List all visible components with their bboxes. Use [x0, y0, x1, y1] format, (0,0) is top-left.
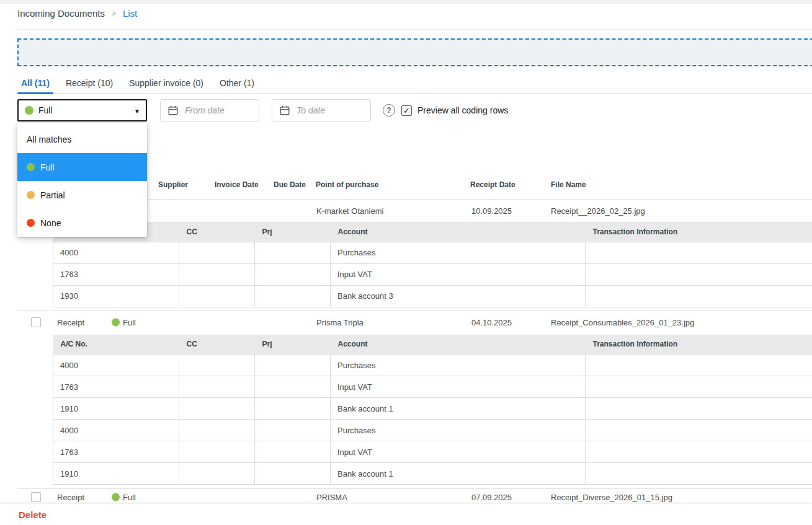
coding-acc-no: 1763 [53, 441, 179, 463]
coding-account: Input VAT [331, 376, 586, 398]
coding-account: Bank account 1 [331, 398, 586, 420]
row-type: Receipt [57, 493, 84, 502]
tab-supplier-invoice[interactable]: Supplier invoice (0) [125, 73, 207, 94]
coding-cc [179, 398, 255, 420]
col-header-due-date: Due Date [274, 180, 306, 189]
status-full-dot-icon [112, 319, 120, 327]
coding-acc-no: 1763 [53, 263, 179, 285]
menu-item-label: All matches [27, 135, 71, 144]
status-full-dot-icon [112, 493, 120, 501]
coding-row: 4000 Purchases [53, 355, 812, 376]
coding-row: 1930 Bank account 3 [53, 285, 812, 307]
menu-item-label: None [40, 218, 61, 228]
breadcrumb-current-link[interactable]: List [123, 8, 137, 19]
status-partial-dot-icon [27, 191, 35, 199]
menu-item-none[interactable]: None [17, 209, 147, 237]
help-icon[interactable]: ? [383, 104, 395, 117]
menu-item-label: Partial [40, 190, 65, 200]
col-header-point-of-purchase: Point of purchase [316, 180, 378, 189]
coding-transaction-info [586, 355, 812, 376]
delete-button[interactable]: Delete [19, 510, 47, 520]
coding-transaction-info [586, 285, 812, 307]
action-footer: Delete [0, 503, 812, 525]
from-date-input[interactable]: From date [160, 99, 259, 121]
col-header-supplier: Supplier [158, 180, 188, 189]
status-full-dot-icon [25, 106, 33, 115]
row-checkbox[interactable] [31, 492, 41, 502]
coding-header-prj: Prj [255, 335, 331, 355]
coding-cc [179, 420, 255, 441]
coding-row: 1910 Bank account 1 [53, 398, 812, 420]
coding-header-prj: Prj [255, 222, 331, 242]
coding-prj [255, 285, 331, 307]
breadcrumb-root-link[interactable]: Incoming Documents [17, 8, 105, 19]
coding-header-row: A/C No. CC Prj Account Transaction Infor… [53, 222, 812, 242]
coding-row: 4000 Purchases [53, 420, 812, 441]
coding-acc-no: 4000 [53, 420, 179, 441]
coding-cc [179, 285, 255, 307]
coding-header-transaction-info: Transaction Information [586, 335, 812, 355]
menu-item-partial[interactable]: Partial [17, 181, 147, 209]
coding-transaction-info [586, 420, 812, 441]
coding-acc-no: 1763 [53, 376, 179, 398]
coding-transaction-info [586, 398, 812, 420]
coding-prj [255, 355, 331, 376]
coding-acc-no: 4000 [53, 355, 179, 376]
row-point-of-purchase: Prisma Tripla [316, 318, 364, 327]
tab-receipt[interactable]: Receipt (10) [62, 73, 117, 94]
coding-header-acc-no: A/C No. [53, 335, 179, 355]
row-checkbox[interactable] [31, 317, 41, 327]
coding-header-account: Account [331, 222, 586, 242]
tab-other[interactable]: Other (1) [216, 73, 258, 94]
coding-cc [179, 441, 255, 463]
filter-bar: Full ▼ From date To date ? ✓ P [0, 99, 812, 121]
from-date-placeholder: From date [185, 105, 225, 115]
row-point-of-purchase: PRISMA [316, 493, 347, 502]
tab-all[interactable]: All (11) [17, 73, 53, 94]
status-full-dot-icon [27, 163, 35, 171]
coding-rows-table: A/C No. CC Prj Account Transaction Infor… [53, 222, 812, 307]
coding-transaction-info [586, 441, 812, 463]
coding-account: Purchases [331, 242, 586, 263]
menu-item-all-matches[interactable]: All matches [17, 125, 147, 153]
coding-cc [179, 376, 255, 398]
row-point-of-purchase: K-market Otaniemi [316, 206, 383, 216]
coding-account: Purchases [331, 420, 586, 441]
coding-transaction-info [586, 376, 812, 398]
row-status: Full [123, 318, 136, 327]
checkmark-icon: ✓ [403, 106, 410, 115]
coding-prj [255, 420, 331, 441]
row-file-name: Receipt_Consumables_2026_01_23.jpg [551, 318, 694, 327]
col-header-receipt-date: Receipt Date [470, 180, 515, 189]
coding-account: Purchases [331, 355, 586, 376]
coding-row: 1763 Input VAT [53, 376, 812, 398]
col-header-file-name: File Name [551, 180, 586, 189]
incoming-documents-page: Incoming Documents > List All (11) Recei… [0, 0, 812, 525]
document-row[interactable]: Receipt Full Prisma Tripla 04.10.2025 Re… [0, 311, 812, 335]
row-receipt-date: 04.10.2025 [471, 318, 512, 327]
row-type: Receipt [57, 318, 84, 327]
coding-header-transaction-info: Transaction Information [586, 222, 812, 242]
match-status-select[interactable]: Full ▼ [17, 99, 147, 121]
coding-header-cc: CC [179, 222, 255, 242]
row-separator [17, 488, 812, 489]
coding-row: 1763 Input VAT [53, 263, 812, 285]
coding-row: 1763 Input VAT [53, 441, 812, 463]
file-dropzone[interactable] [17, 38, 812, 66]
preview-coding-rows-checkbox[interactable]: ✓ [401, 105, 412, 116]
menu-item-full[interactable]: Full [17, 153, 147, 181]
to-date-input[interactable]: To date [272, 99, 371, 121]
coding-row: 1910 Bank account 1 [53, 463, 812, 485]
coding-cc [179, 463, 255, 485]
row-file-name: Receipt_Diverse_2026_01_15.jpg [551, 493, 672, 502]
coding-header-cc: CC [179, 335, 255, 355]
row-status: Full [123, 493, 136, 502]
coding-rows-table: A/C No. CC Prj Account Transaction Infor… [53, 335, 812, 485]
coding-header-row: A/C No. CC Prj Account Transaction Infor… [53, 335, 812, 355]
status-none-dot-icon [27, 219, 35, 227]
coding-acc-no: 1930 [53, 285, 179, 307]
coding-acc-no: 4000 [53, 242, 179, 263]
coding-account: Input VAT [331, 441, 586, 463]
coding-acc-no: 1910 [53, 463, 179, 485]
row-separator [17, 311, 812, 311]
